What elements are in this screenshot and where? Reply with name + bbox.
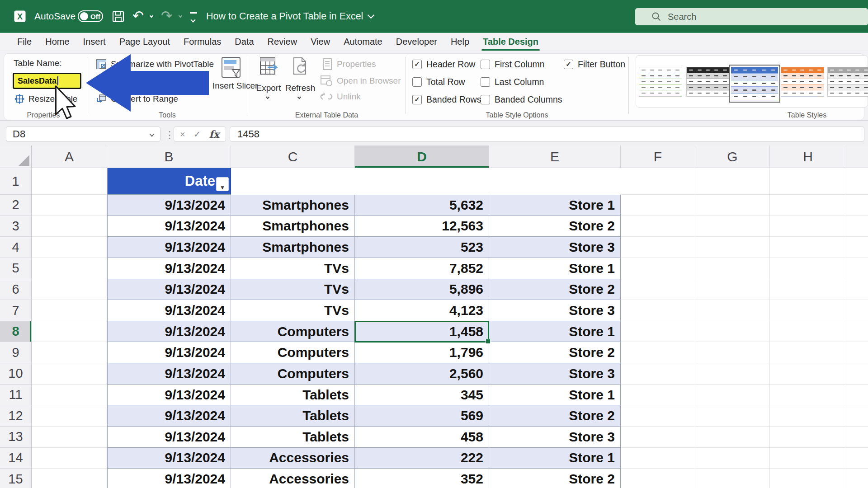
column-header-G[interactable]: G [695, 145, 770, 168]
cell-A10[interactable] [32, 363, 107, 385]
cell-G5[interactable] [695, 258, 770, 279]
search-input[interactable]: Search [635, 8, 868, 25]
cell-A7[interactable] [32, 300, 107, 321]
cell-F1[interactable] [621, 168, 695, 195]
cell-B3[interactable]: 9/13/2024 [107, 216, 231, 237]
cell-D6[interactable]: 5,896 [355, 279, 489, 300]
document-title[interactable]: How to Create a Pivot Table in Excel [206, 0, 373, 33]
redo-dropdown-icon[interactable] [179, 14, 182, 18]
cell-G9[interactable] [695, 342, 770, 363]
cell-E4[interactable]: Store 3 [489, 237, 621, 258]
table-style-black[interactable] [686, 67, 730, 97]
redo-icon[interactable]: ↷ [161, 8, 172, 23]
cell-partial5[interactable] [846, 258, 868, 279]
checkbox-filter-button[interactable]: ✓Filter Button [564, 59, 625, 70]
checkbox-box-banded-columns[interactable] [481, 95, 490, 104]
cell-C11[interactable]: Tablets [231, 385, 355, 406]
column-header-H[interactable]: H [770, 145, 846, 168]
checkbox-box-last-column[interactable] [481, 77, 490, 87]
cell-B11[interactable]: 9/13/2024 [107, 385, 231, 406]
cell-C14[interactable]: Accessories [231, 448, 355, 469]
cell-E2[interactable]: Store 1 [489, 195, 621, 216]
cell-E13[interactable]: Store 3 [489, 427, 621, 448]
row-header-7[interactable]: 7 [0, 300, 32, 321]
cell-E14[interactable]: Store 1 [489, 448, 621, 469]
table-style-orange[interactable] [781, 67, 824, 97]
cell-B2[interactable]: 9/13/2024 [107, 195, 231, 216]
cell-H10[interactable] [770, 363, 846, 385]
cell-partial15[interactable] [846, 469, 868, 488]
checkbox-box-header-row[interactable]: ✓ [412, 60, 422, 69]
cell-D4[interactable]: 523 [355, 237, 489, 258]
cell-partial11[interactable] [846, 385, 868, 406]
table-style-blue[interactable] [729, 65, 780, 103]
cell-B5[interactable]: 9/13/2024 [107, 258, 231, 279]
cell-H11[interactable] [770, 385, 846, 406]
cell-G12[interactable] [695, 405, 770, 427]
row-header-5[interactable]: 5 [0, 258, 32, 279]
cell-F13[interactable] [621, 427, 695, 448]
cell-C7[interactable]: TVs [231, 300, 355, 321]
cell-A12[interactable] [32, 405, 107, 427]
cell-E3[interactable]: Store 2 [489, 216, 621, 237]
cell-C13[interactable]: Tablets [231, 427, 355, 448]
cell-G3[interactable] [695, 216, 770, 237]
cell-B9[interactable]: 9/13/2024 [107, 342, 231, 363]
row-header-4[interactable]: 4 [0, 237, 32, 258]
cell-C3[interactable]: Smartphones [231, 216, 355, 237]
cell-F9[interactable] [621, 342, 695, 363]
tab-data[interactable]: Data [235, 37, 254, 47]
cell-C6[interactable]: TVs [231, 279, 355, 300]
select-all-button[interactable] [0, 145, 32, 168]
row-header-6[interactable]: 6 [0, 279, 32, 300]
tab-table-design[interactable]: Table Design [483, 37, 538, 47]
enter-icon[interactable]: ✓ [193, 129, 201, 140]
tab-review[interactable]: Review [268, 37, 297, 47]
checkbox-total-row[interactable]: Total Row [412, 77, 465, 87]
cell-B7[interactable]: 9/13/2024 [107, 300, 231, 321]
cell-H8[interactable] [770, 321, 846, 343]
cell-A11[interactable] [32, 385, 107, 406]
cell-A15[interactable] [32, 469, 107, 488]
column-header-partial[interactable] [846, 145, 868, 168]
cell-partial10[interactable] [846, 363, 868, 385]
cell-partial6[interactable] [846, 279, 868, 300]
cell-B14[interactable]: 9/13/2024 [107, 448, 231, 469]
customize-toolbar-icon[interactable] [190, 12, 197, 23]
cell-C10[interactable]: Computers [231, 363, 355, 385]
cell-partial2[interactable] [846, 195, 868, 216]
cell-F11[interactable] [621, 385, 695, 406]
cell-G10[interactable] [695, 363, 770, 385]
row-header-13[interactable]: 13 [0, 427, 32, 448]
column-header-F[interactable]: F [621, 145, 695, 168]
checkbox-header-row[interactable]: ✓Header Row [412, 59, 475, 70]
cell-D9[interactable]: 1,796 [355, 342, 489, 363]
cell-D11[interactable]: 345 [355, 385, 489, 406]
tab-formulas[interactable]: Formulas [184, 37, 221, 47]
cell-D15[interactable]: 352 [355, 469, 489, 488]
cell-B12[interactable]: 9/13/2024 [107, 405, 231, 427]
cell-G1[interactable] [695, 168, 770, 195]
cell-H15[interactable] [770, 469, 846, 488]
row-header-12[interactable]: 12 [0, 405, 32, 427]
cell-E12[interactable]: Store 2 [489, 405, 621, 427]
cell-E5[interactable]: Store 1 [489, 258, 621, 279]
checkbox-first-column[interactable]: First Column [481, 59, 545, 70]
cell-C9[interactable]: Computers [231, 342, 355, 363]
cell-D2[interactable]: 5,632 [355, 195, 489, 216]
cell-H7[interactable] [770, 300, 846, 321]
cell-partial9[interactable] [846, 342, 868, 363]
table-header-date[interactable]: Date▾ [107, 168, 231, 195]
cancel-icon[interactable]: × [180, 129, 185, 140]
cell-A13[interactable] [32, 427, 107, 448]
checkbox-banded-rows[interactable]: ✓Banded Rows [412, 94, 481, 105]
name-box[interactable]: D8 [6, 127, 160, 142]
cell-A6[interactable] [32, 279, 107, 300]
row-header-8[interactable]: 8 [0, 321, 32, 343]
cell-H3[interactable] [770, 216, 846, 237]
cell-A1[interactable] [32, 168, 107, 195]
cell-B13[interactable]: 9/13/2024 [107, 427, 231, 448]
cell-F4[interactable] [621, 237, 695, 258]
cell-A5[interactable] [32, 258, 107, 279]
cell-partial1[interactable] [846, 168, 868, 195]
